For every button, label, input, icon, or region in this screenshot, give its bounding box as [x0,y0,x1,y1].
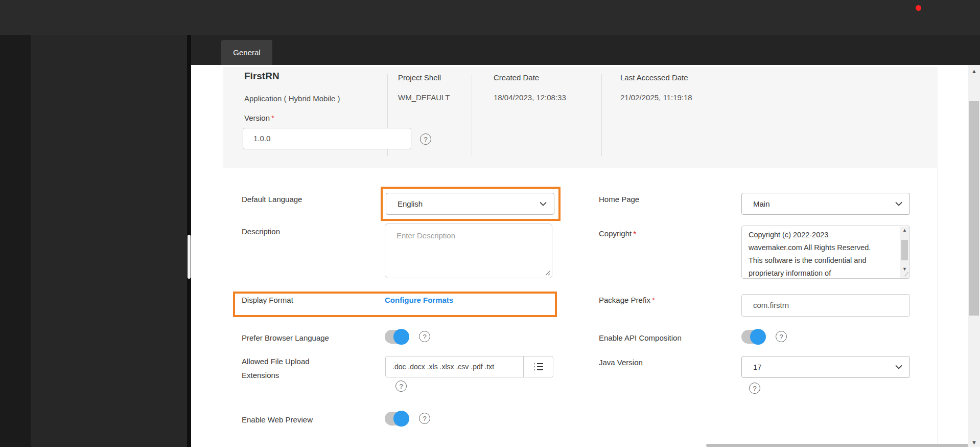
tab-general[interactable]: General [221,40,272,65]
default-language-select[interactable]: English [386,193,554,215]
resize-handle-icon[interactable]: ⟋ [904,271,908,278]
project-shell-label: Project Shell [398,73,441,82]
sidebar-scrollbar-thumb[interactable] [188,235,191,279]
project-type: Application ( Hybrid Mobile ) [244,94,340,103]
required-asterisk: * [271,114,274,122]
description-textarea[interactable]: Enter Description [385,223,552,278]
required-asterisk: * [652,296,655,304]
left-icon-rail [0,35,31,447]
created-date-label: Created Date [494,73,539,82]
enable-api-composition-label: Enable API Composition [599,333,682,342]
last-accessed-date-label: Last Accessed Date [620,73,688,82]
prefer-browser-language-help-icon[interactable]: ? [419,331,430,342]
copyright-label: Copyright* [599,229,636,238]
project-shell-value: WM_DEFAULT [398,93,450,102]
enable-api-composition-toggle[interactable] [741,330,765,344]
scroll-down-icon[interactable]: ▼ [971,440,977,445]
java-version-label: Java Version [599,358,643,367]
extensions-list-button[interactable] [523,356,553,377]
enable-api-composition-help-icon[interactable]: ? [776,331,787,342]
java-version-help-icon[interactable]: ? [749,383,760,394]
top-bar [0,0,980,35]
copyright-scrollbar-thumb[interactable] [901,240,908,260]
copyright-textarea[interactable]: Copyright (c) 2022-2023 wavemaker.com Al… [741,226,910,279]
resize-handle-icon[interactable] [545,270,550,276]
last-accessed-date-value: 21/02/2025, 11:19:18 [620,93,692,102]
list-icon [533,362,544,371]
prefer-browser-language-label: Prefer Browser Language [242,333,329,342]
scroll-up-icon[interactable]: ▲ [902,228,907,233]
version-label: Version* [244,114,274,122]
home-page-select[interactable]: Main [741,193,910,215]
display-format-label: Display Format [242,296,293,304]
page-scrollbar-thumb[interactable] [969,101,979,316]
package-prefix-label: Package Prefix* [599,296,655,304]
version-help-icon[interactable]: ? [420,133,431,145]
info-divider [601,74,602,156]
allowed-extensions-input[interactable]: .doc .docx .xls .xlsx .csv .pdf .txt [385,356,524,377]
toggle-knob [393,329,409,345]
home-page-label: Home Page [599,195,639,204]
allowed-file-upload-label-line2: Extensions [242,371,279,379]
info-divider [472,74,472,156]
horizontal-scrollbar-thumb[interactable] [706,444,968,447]
default-language-label: Default Language [242,195,302,204]
project-info-panel [223,67,938,168]
notification-badge [916,5,921,11]
description-label: Description [242,227,280,236]
chevron-down-icon [895,365,902,369]
allowed-file-upload-label-line1: Allowed File Upload [242,357,310,366]
tab-bar [191,35,980,65]
allowed-extensions-help-icon[interactable]: ? [395,381,407,392]
scroll-up-icon[interactable]: ▲ [971,69,977,74]
project-title: FirstRN [244,71,279,82]
prefer-browser-language-toggle[interactable] [385,330,408,344]
enable-web-preview-toggle[interactable] [385,412,408,426]
chevron-down-icon [895,202,902,206]
toggle-knob [750,329,766,345]
java-version-select[interactable]: 17 [741,356,910,378]
enable-web-preview-help-icon[interactable]: ? [419,413,430,424]
version-input[interactable]: 1.0.0 [243,128,411,149]
chevron-down-icon [540,202,547,206]
configure-formats-link[interactable]: Configure Formats [385,296,453,304]
copyright-text: Copyright (c) 2022-2023 wavemaker.com Al… [749,229,898,279]
created-date-value: 18/04/2023, 12:08:33 [494,93,566,102]
enable-web-preview-label: Enable Web Preview [242,415,313,424]
required-asterisk: * [633,229,636,238]
toggle-knob [393,411,409,427]
package-prefix-input[interactable]: com.firstrn [741,294,910,317]
config-sidebar [31,35,187,447]
